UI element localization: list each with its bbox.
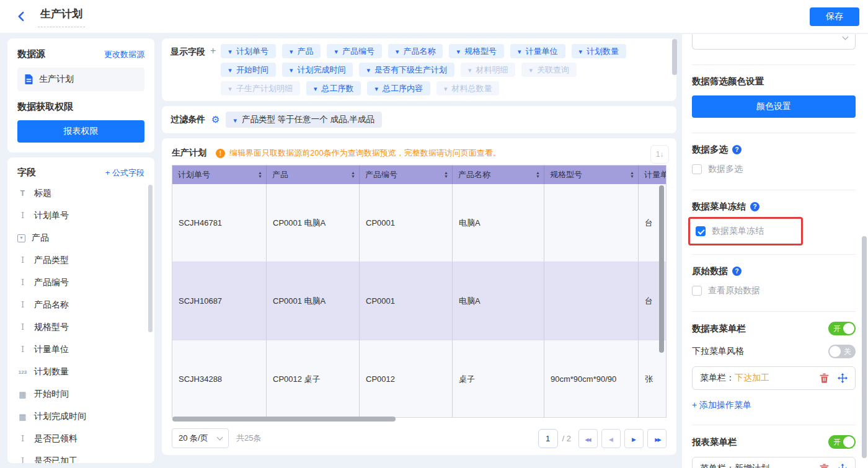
field-item[interactable]: I产品名称	[17, 294, 144, 316]
delete-button[interactable]	[820, 373, 829, 383]
main-area: 显示字段 计划单号产品产品编号产品名称规格型号计量单位计划数量开始时间计划完成时…	[162, 38, 676, 468]
delete-button[interactable]	[820, 464, 829, 468]
add-action-menu-link[interactable]: + 添加操作菜单	[692, 400, 856, 411]
display-field-chip[interactable]: 计划完成时间	[282, 63, 353, 77]
field-item[interactable]: I产品类型	[17, 249, 144, 272]
report-permission-button[interactable]: 报表权限	[17, 120, 144, 143]
table-row[interactable]: SCJH10687CP0001 电脑ACP0001电脑A台	[172, 262, 666, 340]
field-item[interactable]: I是否已领料	[17, 428, 144, 450]
field-item[interactable]: I计量单位	[17, 338, 144, 361]
display-field-chip[interactable]: 材料明细	[461, 63, 516, 77]
field-item[interactable]: 123计划数量	[17, 361, 144, 383]
field-item[interactable]: I产品编号	[17, 272, 144, 294]
settings-dropdown[interactable]	[692, 34, 856, 50]
table-row[interactable]: SCJH34288CP0012 桌子CP0012桌子90cm*90cm*90/9…	[172, 340, 666, 418]
chip-label: 材料总数量	[451, 83, 492, 94]
column-header[interactable]: 计划单号	[172, 166, 267, 184]
menu-row-value[interactable]: 下达加工	[735, 373, 769, 384]
table-cell: CP0001 电脑A	[267, 262, 360, 340]
dropdown-style-toggle[interactable]: 关	[828, 345, 856, 358]
column-header[interactable]: 产品编号	[360, 166, 453, 184]
caret-down-icon	[518, 46, 521, 56]
help-icon[interactable]	[732, 145, 742, 154]
previous-page-button[interactable]	[601, 429, 621, 448]
field-item[interactable]: ▾产品	[17, 227, 144, 249]
fields-scrollbar[interactable]	[148, 185, 153, 332]
filter-condition-chip[interactable]: 产品类型 等于任意一个 成品,半成品	[226, 112, 381, 128]
report-menubar-toggle[interactable]: 开	[828, 435, 856, 449]
checkbox-unchecked[interactable]	[692, 164, 702, 174]
menu-freeze-checkbox-row[interactable]: 数据菜单冻结	[696, 226, 764, 237]
select-icon: ▾	[17, 234, 25, 242]
display-field-chip[interactable]: 产品名称	[388, 44, 443, 58]
page-size-select[interactable]: 20 条/页	[172, 428, 229, 448]
chip-label: 关联查询	[537, 64, 569, 76]
display-field-chip[interactable]: 材料总数量	[436, 81, 500, 95]
checkbox-checked[interactable]	[696, 226, 706, 236]
date-icon: ▦	[17, 412, 28, 422]
display-field-chip[interactable]: 产品	[282, 44, 321, 58]
report-menu-row[interactable]: 菜单栏： 新增计划	[692, 457, 856, 468]
main-area-scrollbar[interactable]	[672, 39, 677, 75]
display-field-chip[interactable]: 计量单位	[510, 44, 565, 58]
display-field-chip[interactable]: 开始时间	[221, 63, 276, 77]
field-item[interactable]: ▦计划完成时间	[17, 405, 144, 428]
column-header[interactable]: 规格型号	[544, 166, 639, 184]
display-field-chip[interactable]: 产品编号	[327, 44, 382, 58]
display-field-chip[interactable]: 子生产计划明细	[221, 81, 300, 95]
color-settings-button[interactable]: 颜色设置	[692, 95, 856, 118]
display-field-chip[interactable]: 计划单号	[221, 44, 276, 58]
page-number-input[interactable]: 1	[538, 429, 558, 448]
help-icon[interactable]	[732, 267, 742, 276]
field-item[interactable]: I是否已加工	[17, 450, 144, 463]
table-horizontal-scrollbar[interactable]	[172, 417, 396, 422]
sort-tool-button[interactable]	[650, 145, 669, 164]
add-formula-field-link[interactable]: + 公式字段	[105, 167, 144, 179]
move-handle[interactable]	[838, 464, 848, 468]
menu-row-prefix: 菜单栏：	[700, 373, 735, 384]
first-page-button[interactable]	[578, 429, 598, 448]
sort-icon	[258, 171, 262, 179]
chip-label: 产品	[297, 46, 313, 57]
back-button[interactable]	[16, 11, 27, 22]
display-field-chip[interactable]: 总工序内容	[367, 81, 430, 95]
add-display-field-button[interactable]	[210, 44, 216, 95]
display-field-chip[interactable]: 总工序数	[306, 81, 361, 95]
table-menubar-toggle[interactable]: 开	[828, 322, 856, 335]
display-field-chip[interactable]: 是否有下级生产计划	[359, 63, 454, 77]
datasource-item[interactable]: 生产计划	[17, 68, 144, 91]
table-vertical-scrollbar[interactable]	[659, 185, 664, 353]
help-icon[interactable]	[750, 202, 760, 211]
action-menu-row[interactable]: 菜单栏： 下达加工	[692, 366, 856, 390]
display-field-chip[interactable]: 计划数量	[572, 44, 627, 58]
settings-panel-scrollbar[interactable]	[862, 236, 867, 458]
field-item[interactable]: ▦开始时间	[17, 383, 144, 405]
caret-down-icon	[366, 65, 370, 74]
gear-icon[interactable]	[211, 114, 219, 125]
display-field-chip[interactable]: 关联查询	[521, 63, 577, 77]
field-label: 计划完成时间	[34, 411, 86, 422]
table-row[interactable]: SCJH46781CP0001 电脑ACP0001电脑A台	[172, 184, 666, 262]
sort-icon	[444, 171, 448, 179]
table-cell: CP0001	[360, 184, 453, 262]
caret-down-icon	[529, 65, 533, 74]
display-field-chip[interactable]: 规格型号	[449, 44, 504, 58]
multi-select-checkbox-row[interactable]: 数据多选	[692, 164, 856, 175]
last-page-button[interactable]	[647, 429, 666, 448]
column-header[interactable]: 产品	[267, 166, 360, 184]
menu-row-value[interactable]: 新增计划	[735, 463, 769, 468]
next-page-button[interactable]	[624, 429, 644, 448]
field-item[interactable]: I计划单号	[17, 205, 144, 227]
chip-label: 计划单号	[236, 46, 268, 57]
field-item[interactable]: T标题	[17, 182, 144, 205]
move-handle[interactable]	[838, 373, 848, 383]
save-button[interactable]: 保存	[810, 7, 859, 26]
change-datasource-link[interactable]: 更改数据源	[104, 49, 144, 60]
field-label: 产品名称	[34, 299, 69, 311]
field-item[interactable]: I规格型号	[17, 316, 144, 338]
checkbox-unchecked[interactable]	[692, 286, 702, 296]
column-header[interactable]: 计量单位	[639, 166, 666, 184]
text-icon: I	[17, 211, 28, 220]
column-header[interactable]: 产品名称	[453, 166, 544, 184]
raw-data-checkbox-row[interactable]: 查看原始数据	[692, 285, 856, 296]
